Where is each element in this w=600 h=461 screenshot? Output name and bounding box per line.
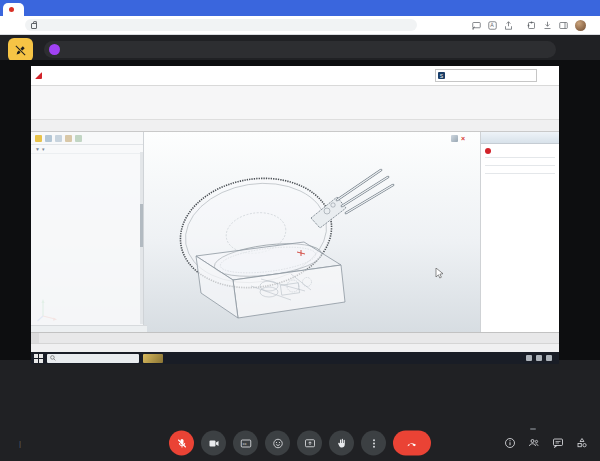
meeting-meta: | (13, 439, 27, 448)
confirmation-corner: × (451, 135, 465, 142)
solidworks-search-logo-icon: S (438, 72, 445, 79)
mic-toggle-button[interactable] (169, 431, 194, 456)
end-call-icon (406, 437, 418, 449)
divider (485, 165, 555, 166)
tree-tab-bar (31, 132, 143, 145)
side-panel-icon[interactable] (559, 21, 568, 30)
filter-caret-icon: ▾ (42, 146, 45, 152)
document-bottom-tabs (31, 332, 559, 343)
command-manager-ribbon (31, 86, 559, 120)
cancel-sketch-icon[interactable]: × (461, 135, 465, 142)
screen: A (0, 0, 600, 461)
info-icon[interactable] (504, 437, 516, 449)
present-icon (304, 437, 316, 449)
tab-scroll-arrows[interactable] (31, 333, 39, 343)
active-tab[interactable] (3, 3, 24, 16)
tree-filter-row[interactable]: ▼ ▾ (31, 145, 143, 154)
extensions-icon[interactable] (527, 21, 536, 30)
configuration-manager-tab-icon[interactable] (55, 135, 62, 142)
present-button[interactable] (297, 431, 322, 456)
mic-off-icon (176, 437, 188, 449)
tree-vertical-scrollbar[interactable] (140, 152, 143, 324)
presenter-banner[interactable] (44, 41, 556, 58)
share-icon[interactable] (504, 21, 513, 30)
battery-icon[interactable] (526, 355, 532, 361)
exit-sketch-icon[interactable] (451, 135, 458, 142)
more-dots-icon (368, 437, 380, 449)
display-manager-tab-icon[interactable] (75, 135, 82, 142)
meet-control-bar: | cc (0, 425, 600, 461)
browser-tab-strip (0, 0, 600, 16)
dimxpert-manager-tab-icon[interactable] (65, 135, 72, 142)
solidworks-title-bar: S (31, 66, 559, 86)
captions-icon: cc (240, 437, 252, 449)
reactions-button[interactable] (265, 431, 290, 456)
task-pane-body (481, 144, 559, 181)
activities-icon[interactable] (576, 437, 588, 449)
hand-icon (336, 437, 348, 449)
meeting-panels (504, 437, 588, 449)
property-manager-tab-icon[interactable] (45, 135, 52, 142)
pen-off-icon (14, 44, 27, 57)
camera-icon (208, 437, 220, 449)
profile-avatar[interactable] (575, 20, 586, 31)
people-icon (528, 437, 540, 449)
mouse-cursor (435, 268, 444, 279)
search-icon (50, 355, 56, 361)
system-tray (518, 355, 559, 361)
toolbar-icons: A (472, 20, 593, 31)
participant-filmstrip (8, 362, 592, 422)
svg-text:cc: cc (242, 441, 246, 446)
graphics-area[interactable]: × (31, 132, 559, 332)
people-panel-button[interactable] (528, 437, 540, 449)
smiley-icon (272, 437, 284, 449)
command-search-input[interactable]: S (435, 69, 537, 82)
camera-toggle-button[interactable] (201, 431, 226, 456)
welcome-link[interactable] (485, 147, 555, 158)
tree-horizontal-scrollbar[interactable] (31, 325, 147, 332)
end-call-button[interactable] (393, 431, 431, 456)
call-controls: cc (169, 431, 431, 456)
separator: | (19, 439, 21, 448)
volume-icon[interactable] (546, 355, 552, 361)
solidworks-logo-mark (35, 72, 42, 79)
recording-dot-icon (9, 7, 14, 12)
filter-funnel-icon: ▼ (35, 146, 40, 152)
captions-button[interactable]: cc (233, 431, 258, 456)
solidworks-logo (35, 72, 44, 79)
download-icon[interactable] (543, 21, 552, 30)
command-search-area: S (435, 69, 555, 82)
svg-text:A: A (490, 22, 494, 28)
solidworks-window: S (31, 66, 559, 358)
divider (485, 173, 555, 174)
more-options-button[interactable] (361, 431, 386, 456)
command-manager-tabs (31, 120, 559, 132)
translate-icon[interactable]: A (488, 21, 497, 30)
annotation-tool-button[interactable] (8, 38, 33, 62)
presenter-avatar (49, 44, 60, 55)
task-pane-header (481, 132, 559, 144)
lock-icon (31, 23, 37, 29)
cast-icon[interactable] (472, 21, 481, 30)
feature-manager-tab-icon[interactable] (35, 135, 42, 142)
assembly-3d-model (141, 136, 481, 326)
chat-panel-button[interactable] (552, 437, 564, 449)
task-pane (480, 132, 559, 332)
status-bar (31, 343, 559, 352)
feature-manager-tree: ▼ ▾ (31, 132, 144, 332)
raise-hand-button[interactable] (329, 431, 354, 456)
browser-toolbar: A (0, 16, 600, 35)
participant-count-badge (530, 428, 536, 430)
address-bar[interactable] (25, 19, 417, 31)
network-icon[interactable] (536, 355, 542, 361)
solidworks-welcome-icon (485, 148, 491, 154)
